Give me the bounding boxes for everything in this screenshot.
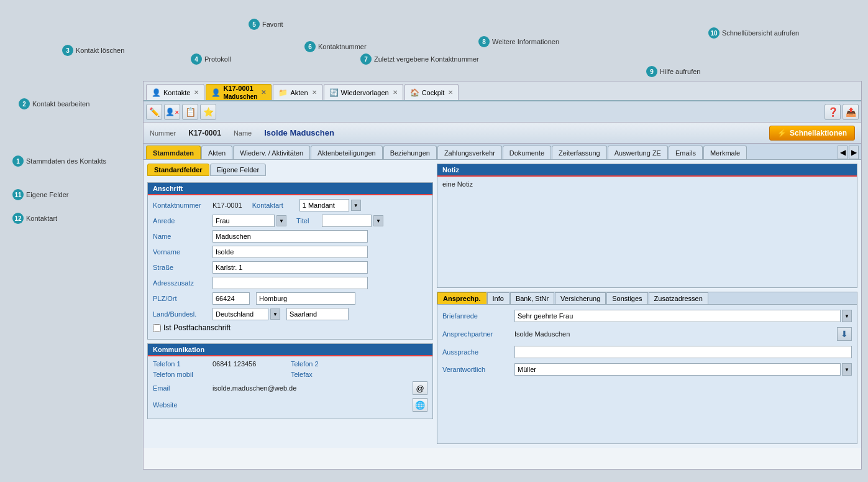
tab-cockpit-close[interactable]: ✕ (448, 89, 453, 96)
annotation-5: 5 Favorit (249, 19, 283, 30)
ort-input[interactable] (256, 292, 355, 305)
briefanrede-dropdown-arrow[interactable]: ▼ (842, 310, 852, 322)
aussprache-label: Aussprache (442, 348, 511, 356)
name-row: Name (153, 230, 427, 243)
telefax-label: Telefax (291, 371, 334, 378)
ansprechp-tab-info[interactable]: Info (487, 292, 509, 304)
annotation-10: 10 Schnellübersicht aufrufen (708, 27, 799, 39)
annotation-6: 6 Kontaktnummer (304, 41, 367, 52)
tab-kontakte-close[interactable]: ✕ (194, 89, 199, 96)
postfach-checkbox[interactable] (153, 324, 161, 332)
right-panel: Notiz eine Notiz Ansprechp. Info Bank, S… (437, 164, 857, 444)
tab-k17-close[interactable]: ✕ (261, 89, 266, 96)
landbundesl-row: Land/Bundesl. ▼ (153, 308, 427, 320)
anrede-input[interactable] (212, 215, 275, 227)
subtab-merkmale[interactable]: Merkmale (703, 146, 747, 159)
telefon2-label: Telefon 2 (291, 360, 334, 368)
land-input[interactable] (212, 308, 268, 320)
anrede-label: Anrede (153, 217, 209, 225)
toolbar-left: ✏️ 👤✕ 📋 ⭐ (146, 104, 216, 120)
titel-label: Titel (296, 217, 318, 225)
tab-akten[interactable]: 📁 Akten ✕ (273, 84, 322, 100)
verantwortlich-input[interactable] (514, 363, 841, 376)
email-row: Email isolde.maduschen@web.de @ (153, 381, 427, 395)
edit-contact-button[interactable]: ✏️ (146, 104, 162, 120)
land-dropdown-arrow[interactable]: ▼ (270, 308, 280, 320)
left-panel: Standardfelder Eigene Felder Anschrift K… (147, 164, 433, 444)
ansprechpartner-row: Ansprechpartner Isolde Maduschen ⬇ (442, 327, 852, 341)
name-input[interactable] (212, 230, 368, 243)
verantwortlich-row: Verantwortlich ▼ (442, 363, 852, 376)
website-action-button[interactable]: 🌐 (413, 398, 427, 412)
field-subtab-eigene[interactable]: Eigene Felder (210, 164, 267, 176)
protokoll-button[interactable]: 📋 (182, 104, 198, 120)
schnellaktionen-button[interactable]: ⚡ Schnellaktionen (769, 126, 855, 141)
favorit-button[interactable]: ⭐ (200, 104, 216, 120)
kontaktnummer-label: Kontaktnummer (153, 202, 209, 209)
email-action-button[interactable]: @ (413, 381, 427, 395)
annotation-4: 4 Protokoll (191, 53, 231, 65)
annotation-7: 7 Zuletzt vergebene Kontaktnummer (360, 53, 479, 65)
anschrift-body: Kontaktnummer K17-0001 Kontaktart ▼ Anre… (148, 195, 432, 339)
ansprechp-tab-sonstiges[interactable]: Sonstiges (606, 292, 647, 304)
tab-wiedervorlagen-close[interactable]: ✕ (393, 89, 398, 96)
briefanrede-input[interactable] (514, 310, 841, 322)
vorname-input[interactable] (212, 246, 368, 258)
schnelluebersicht-button[interactable]: 📤 (843, 104, 859, 120)
ansprechp-tab-versicherung[interactable]: Versicherung (555, 292, 606, 304)
kontaktart-input[interactable] (299, 199, 349, 211)
subtab-scroll-left[interactable]: ◀ (838, 146, 847, 159)
adresszusatz-label: Adresszusatz (153, 279, 209, 287)
ansprechp-tab-ansprechp[interactable]: Ansprechp. (437, 292, 487, 304)
tab-kontakte[interactable]: 👤 Kontakte ✕ (146, 84, 204, 100)
kontaktart-dropdown-arrow[interactable]: ▼ (351, 200, 361, 211)
strasse-input[interactable] (212, 261, 368, 274)
verantwortlich-dropdown-arrow[interactable]: ▼ (842, 363, 852, 376)
ansprechpartner-download-button[interactable]: ⬇ (837, 327, 852, 341)
subtab-beziehungen[interactable]: Beziehungen (383, 146, 437, 159)
tab-wiedervorlagen-icon: 🔄 (329, 88, 339, 97)
subtab-auswertung-ze[interactable]: Auswertung ZE (608, 146, 668, 159)
help-button[interactable]: ❓ (825, 104, 841, 120)
subtab-stammdaten[interactable]: Stammdaten (146, 146, 201, 159)
postfach-label: Ist Postfachanschrift (163, 323, 231, 332)
subtab-akten[interactable]: Akten (201, 146, 232, 159)
notiz-value: eine Notiz (442, 180, 473, 188)
titel-input[interactable] (322, 215, 372, 227)
notiz-header: Notiz (437, 164, 857, 177)
anrede-dropdown-arrow[interactable]: ▼ (276, 215, 286, 226)
subtab-aktenbeteiligungen[interactable]: Aktenbeteiligungen (311, 146, 383, 159)
anschrift-section: Anschrift Kontaktnummer K17-0001 Kontakt… (147, 182, 433, 340)
annotation-9: 9 Hilfe aufrufen (646, 66, 700, 77)
tab-cockpit[interactable]: 🏠 Cockpit ✕ (404, 84, 459, 100)
toolbar-right: ❓ 📤 (825, 104, 859, 120)
delete-contact-button[interactable]: 👤✕ (164, 104, 180, 120)
tab-k17-0001[interactable]: 👤 K17-0001Maduschen ✕ (206, 84, 272, 100)
plz-input[interactable] (212, 292, 250, 305)
lightning-icon: ⚡ (777, 129, 787, 137)
subtab-scroll-right[interactable]: ▶ (849, 146, 859, 159)
tab-wiedervorlagen[interactable]: 🔄 Wiedervorlagen ✕ (324, 84, 403, 100)
field-subtab-standard[interactable]: Standardfelder (147, 164, 209, 176)
ansprechp-tab-bank[interactable]: Bank, StNr (510, 292, 554, 304)
subtab-zahlungsverkehr[interactable]: Zahlungsverkehr (437, 146, 502, 159)
titel-dropdown-arrow[interactable]: ▼ (373, 215, 383, 226)
app-container: 👤 Kontakte ✕ 👤 K17-0001Maduschen ✕ 📁 Akt… (143, 81, 862, 470)
annotation-12: 12 Kontaktart (12, 213, 57, 224)
subtab-bar: Stammdaten Akten Wiederv. / Aktivitäten … (144, 144, 861, 160)
kommunikation-section: Kommunikation Telefon 1 06841 123456 Tel… (147, 343, 433, 419)
tab-akten-close[interactable]: ✕ (312, 89, 317, 96)
subtab-wiederv[interactable]: Wiederv. / Aktivitäten (233, 146, 310, 159)
website-label: Website (153, 401, 209, 409)
aussprache-input[interactable] (514, 346, 852, 358)
verantwortlich-label: Verantwortlich (442, 366, 511, 373)
subtab-emails[interactable]: Emails (669, 146, 703, 159)
subtab-dokumente[interactable]: Dokumente (503, 146, 551, 159)
anrede-row: Anrede ▼ Titel ▼ (153, 215, 427, 227)
kontaktnummer-value: K17-0001 (212, 202, 242, 209)
ansprechp-tab-zusatzadressen[interactable]: Zusatzadressen (649, 292, 708, 304)
bundesland-input[interactable] (286, 308, 349, 320)
subtab-zeiterfassung[interactable]: Zeiterfassung (552, 146, 607, 159)
adresszusatz-input[interactable] (212, 277, 368, 289)
tab-k17-icon: 👤 (211, 88, 221, 97)
